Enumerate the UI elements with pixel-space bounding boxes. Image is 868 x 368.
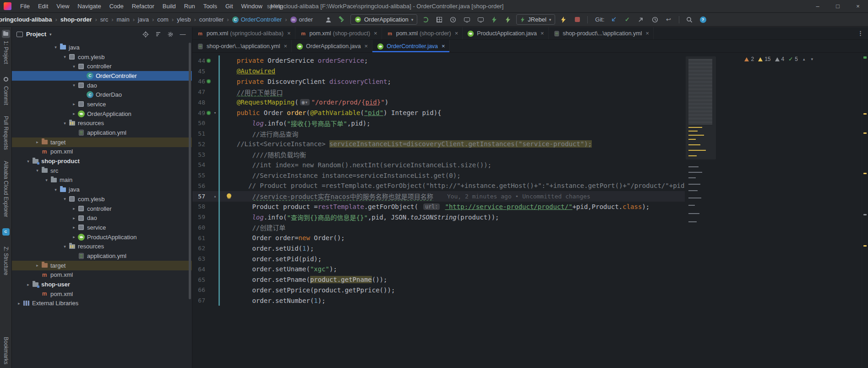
chevron-right-icon[interactable]: ▸ <box>25 282 32 287</box>
jrebel-debug-icon[interactable] <box>502 15 513 25</box>
next-problem-button[interactable]: ▾ <box>810 57 814 61</box>
chevron-down-icon[interactable]: ▾ <box>71 64 77 69</box>
chevron-right-icon[interactable]: ▸ <box>71 216 77 220</box>
tree-item-resources[interactable]: ▾resources <box>12 242 192 251</box>
locate-file-button[interactable] <box>141 30 150 39</box>
code-line-65[interactable]: 65order.setPname(product.getPname()); <box>192 275 685 285</box>
tab-productapplication-java[interactable]: ProductApplication.java× <box>463 27 548 39</box>
breadcrumb-item-ylesb[interactable]: ylesb <box>175 15 192 24</box>
chevron-down-icon[interactable]: ▾ <box>49 32 52 37</box>
chevron-down-icon[interactable]: ▾ <box>61 121 68 126</box>
menu-file[interactable]: File <box>16 1 34 11</box>
tab-pom-xml[interactable]: mpom.xml(shop-product)× <box>295 27 382 39</box>
chevron-right-icon[interactable]: ▸ <box>71 111 77 116</box>
stop-button[interactable] <box>572 15 583 25</box>
chevron-right-icon[interactable]: ▸ <box>34 140 41 144</box>
tab-pom-xml[interactable]: mpom.xml(springcloud-alibaba)× <box>192 27 295 39</box>
tree-item-com-ylesb[interactable]: ▾com.ylesb <box>12 194 192 204</box>
code-line-63[interactable]: 63order.setPid(pid); <box>192 253 685 264</box>
tree-item-application-yml[interactable]: application.yml <box>12 128 192 137</box>
menu-window[interactable]: Window <box>237 1 267 11</box>
spring-bean-icon[interactable] <box>207 59 211 63</box>
tree-item-controller[interactable]: ▸controller <box>12 204 192 214</box>
tree-item-controller[interactable]: ▾controller <box>12 61 192 71</box>
remote-monitor-icon[interactable] <box>475 15 486 25</box>
breadcrumb-item-ordercontroller[interactable]: COrderController <box>230 15 284 24</box>
breadcrumb-item-main[interactable]: main <box>115 15 131 24</box>
close-icon[interactable]: × <box>287 30 291 37</box>
tree-item-target[interactable]: ▸target <box>12 261 192 270</box>
tree-item-ordercontroller[interactable]: COrderController <box>12 71 192 81</box>
code-line-45[interactable]: 45@Autowired <box>192 66 685 77</box>
services-monitor-icon[interactable] <box>461 15 472 25</box>
menu-git[interactable]: Git <box>221 1 237 11</box>
chevron-down-icon[interactable]: ▾ <box>61 197 68 201</box>
profiler-icon[interactable] <box>448 15 459 25</box>
tree-item-resources[interactable]: ▾resources <box>12 119 192 128</box>
git-push-button[interactable] <box>636 15 647 25</box>
user-icon[interactable] <box>323 15 334 25</box>
inspection-error[interactable]: 2 <box>744 56 754 62</box>
tool-stripe-item-alibaba-cloud-explorer[interactable]: Alibaba Cloud Explorer <box>3 161 9 217</box>
tool-stripe-item-z-structure[interactable]: Z: Structure <box>3 247 9 275</box>
hide-panel-button[interactable]: — <box>178 30 187 39</box>
close-icon[interactable]: × <box>365 43 368 49</box>
tree-item-external-libraries[interactable]: ▸External Libraries <box>12 299 192 308</box>
code-line-50[interactable]: 50log.info("接收{}号商品下单",pid); <box>192 118 685 129</box>
code-line-56[interactable]: 56// Product product =restTemplate.getFo… <box>192 181 685 191</box>
chevron-down-icon[interactable]: ▾ <box>25 159 32 164</box>
chevron-right-icon[interactable]: ▸ <box>71 206 77 211</box>
code-line-58[interactable]: 58Product product =restTemplate.getForOb… <box>192 202 685 212</box>
tree-item-pom-xml[interactable]: mpom.xml <box>12 270 192 280</box>
tree-item-productapplication[interactable]: ▸ProductApplication <box>12 232 192 242</box>
code-line-46[interactable]: 46private DiscoveryClient discoveryClien… <box>192 77 685 87</box>
chevron-right-icon[interactable]: ▸ <box>71 102 77 106</box>
close-button[interactable]: × <box>848 0 868 12</box>
tree-item-orderapplication[interactable]: ▸OrderApplication <box>12 109 192 119</box>
tree-item-main[interactable]: ▾main <box>12 176 192 185</box>
close-icon[interactable]: × <box>455 30 459 37</box>
menu-code[interactable]: Code <box>105 1 128 11</box>
chevron-right-icon[interactable]: ▸ <box>71 235 77 239</box>
code-line-44[interactable]: 44private OrderService orderService; <box>192 55 685 66</box>
code-line-66[interactable]: 66order.setPprice(product.getPprice()); <box>192 285 685 296</box>
jrebel-select[interactable]: JRebel ▾ <box>516 14 555 25</box>
code-line-60[interactable]: 60//创建订单 <box>192 222 685 233</box>
tool-stripe-item-item[interactable]: C <box>2 228 10 236</box>
chevron-right-icon[interactable]: ▸ <box>16 301 22 306</box>
menu-build[interactable]: Build <box>158 1 180 11</box>
menu-navigate[interactable]: Navigate <box>73 1 105 11</box>
close-icon[interactable]: × <box>284 43 288 49</box>
chevron-down-icon[interactable]: ▾ <box>52 45 59 49</box>
code-line-59[interactable]: 59log.info("查询到{}商品的信息是{}",pid, JSON.toJ… <box>192 212 685 222</box>
collapse-all-button[interactable] <box>153 30 163 39</box>
search-everywhere-icon[interactable] <box>684 15 695 25</box>
chevron-down-icon[interactable]: ▾ <box>61 55 68 59</box>
code-line-57[interactable]: 57▴//service-product实在nacos中的服务名称也就是项目名称… <box>192 191 685 202</box>
git-commit-button[interactable]: ✓ <box>622 15 633 25</box>
chevron-down-icon[interactable]: ▾ <box>71 83 77 88</box>
intention-bulb-icon[interactable] <box>227 193 231 198</box>
code-line-52[interactable]: 52//List<ServiceInstance> serviceInstanc… <box>192 139 685 149</box>
menu-run[interactable]: Run <box>180 1 199 11</box>
breadcrumb-item-src[interactable]: src <box>98 15 110 24</box>
tab-orderapplication-java[interactable]: OrderApplication.java× <box>292 40 372 52</box>
tree-item-dao[interactable]: ▾dao <box>12 81 192 90</box>
tab-ordercontroller-java[interactable]: OrderController.java× <box>372 40 449 52</box>
git-history-icon[interactable] <box>650 15 661 25</box>
jrebel-run-icon[interactable] <box>489 15 500 25</box>
tool-stripe-item-commit[interactable]: Commit <box>2 75 10 105</box>
chevron-right-icon[interactable]: ▸ <box>71 225 77 230</box>
breadcrumb-item-java[interactable]: java <box>136 15 151 24</box>
breadcrumb-item-springcloud-alibaba[interactable]: springcloud-alibaba <box>0 15 54 24</box>
close-icon[interactable]: × <box>646 30 650 37</box>
tab-pom-xml[interactable]: mpom.xml(shop-order)× <box>382 27 463 39</box>
tab-shop-product-application-yml[interactable]: shop-product\...\application.yml× <box>549 27 654 39</box>
code-line-49[interactable]: 49▾public Order order(@PathVariable("pid… <box>192 108 685 118</box>
breadcrumb-item-controller[interactable]: controller <box>197 15 225 24</box>
tree-item-com-ylesb[interactable]: ▾com.ylesb <box>12 52 192 62</box>
tree-item-src[interactable]: ▾src <box>12 166 192 176</box>
chevron-down-icon[interactable]: ▾ <box>52 187 59 192</box>
tree-item-application-yml[interactable]: application.yml <box>12 251 192 261</box>
tab-shop-order-application-yml[interactable]: shop-order\...\application.yml× <box>192 40 292 52</box>
